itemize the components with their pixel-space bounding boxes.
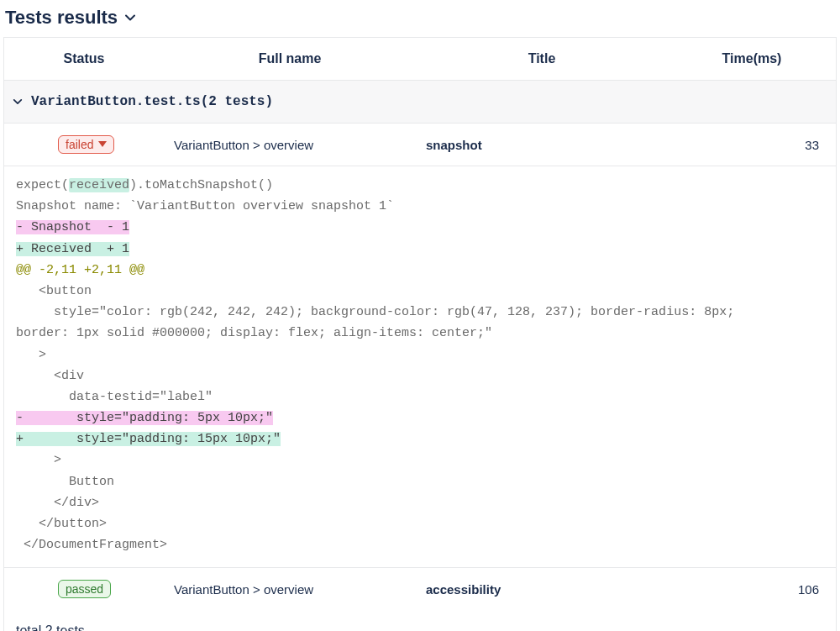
- test-title: snapshot: [416, 138, 668, 152]
- panel-title-text: Tests results: [5, 7, 118, 29]
- col-status: Status: [4, 38, 164, 80]
- chevron-down-icon: [13, 97, 23, 107]
- status-badge-label: passed: [66, 582, 103, 596]
- test-fullname: VariantButton > overview: [164, 582, 416, 597]
- test-time: 33: [668, 138, 836, 152]
- test-group-row[interactable]: VariantButton.test.ts(2 tests): [4, 81, 836, 124]
- triangle-down-icon: [98, 141, 107, 148]
- test-time: 106: [668, 582, 836, 597]
- status-badge-label: failed: [66, 138, 93, 151]
- status-badge-failed[interactable]: failed: [58, 135, 114, 154]
- col-time: Time(ms): [668, 38, 836, 80]
- snapshot-diff: expect(received).toMatchSnapshot() Snaps…: [4, 166, 836, 568]
- col-fullname: Full name: [164, 38, 416, 80]
- tests-table: Status Full name Title Time(ms) VariantB…: [3, 37, 837, 631]
- test-fullname: VariantButton > overview: [164, 138, 416, 152]
- col-title: Title: [416, 38, 668, 80]
- test-group-label: VariantButton.test.ts(2 tests): [31, 94, 273, 109]
- panel-title[interactable]: Tests results: [3, 5, 837, 37]
- chevron-down-icon: [124, 12, 136, 24]
- test-title: accessibility: [416, 582, 668, 597]
- tests-total: total 2 tests: [4, 610, 836, 631]
- table-row: failed VariantButton > overview snapshot…: [4, 124, 836, 166]
- table-row: passed VariantButton > overview accessib…: [4, 568, 836, 610]
- status-badge-passed[interactable]: passed: [58, 580, 111, 598]
- table-header: Status Full name Title Time(ms): [4, 38, 836, 81]
